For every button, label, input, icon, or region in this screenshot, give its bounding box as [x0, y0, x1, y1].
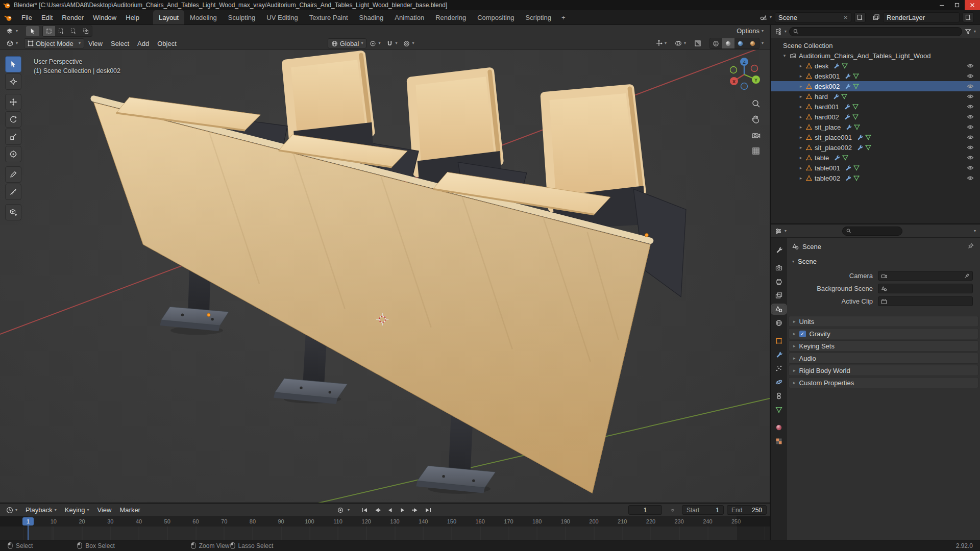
camera-view-icon[interactable] — [751, 131, 761, 140]
menubar-item[interactable]: Window — [88, 10, 121, 24]
workspace-tab[interactable]: UV Editing — [261, 10, 303, 24]
visibility-eye-icon[interactable] — [967, 73, 974, 79]
dropdown-caret-icon[interactable]: ▾ — [785, 30, 787, 34]
timeline-menu-item[interactable]: Playback ▾ — [21, 506, 61, 514]
eyedropper-icon[interactable] — [964, 273, 970, 279]
playhead-frame-badge[interactable]: 1 — [22, 517, 34, 525]
select-mode-intersect[interactable] — [80, 26, 92, 36]
active-clip-field[interactable] — [878, 296, 973, 306]
object-name[interactable]: table002 — [815, 174, 840, 182]
tab-modifiers[interactable] — [772, 350, 786, 359]
select-mode-subtract[interactable] — [67, 26, 80, 36]
properties-subpanel-header[interactable]: ▸ Custom Properties — [789, 377, 978, 388]
timeline-menu-item[interactable]: View — [93, 506, 116, 514]
playhead-line[interactable] — [28, 524, 29, 540]
properties-search-input[interactable] — [853, 228, 898, 235]
add-workspace-button[interactable]: + — [557, 14, 570, 21]
viewport-menu-item[interactable]: View — [84, 40, 107, 47]
outliner-object-row[interactable]: ▸ desk — [771, 61, 980, 71]
root-collection-row[interactable]: ▾ Auditorium_Chairs_And_Tables_Light_Woo… — [771, 51, 980, 61]
visibility-eye-icon[interactable] — [967, 134, 974, 140]
properties-editor-icon[interactable] — [775, 228, 782, 235]
scene-dropdown-caret-icon[interactable]: ▾ — [770, 15, 772, 19]
new-scene-button[interactable] — [854, 12, 866, 22]
workspace-tab[interactable]: Modeling — [184, 10, 223, 24]
expand-arrow-icon[interactable]: ▸ — [798, 84, 803, 89]
workspace-tab[interactable]: Texture Paint — [304, 10, 354, 24]
shading-wireframe[interactable] — [710, 38, 722, 48]
object-name[interactable]: hard — [815, 93, 828, 101]
visibility-eye-icon[interactable] — [967, 124, 974, 130]
shading-rendered[interactable] — [747, 38, 759, 48]
navigation-gizmo[interactable]: Z Y X — [724, 54, 765, 95]
collection-name[interactable]: Auditorium_Chairs_And_Tables_Light_Wood — [799, 52, 930, 60]
pan-hand-icon[interactable] — [751, 115, 761, 124]
outliner-filter-icon[interactable] — [965, 28, 971, 35]
workspace-tab[interactable]: Animation — [389, 10, 430, 24]
new-view-layer-button[interactable] — [963, 12, 974, 22]
object-name[interactable]: table — [815, 154, 829, 162]
pin-icon[interactable] — [968, 243, 974, 249]
object-name[interactable]: sit_place002 — [815, 144, 852, 152]
timeline-track[interactable] — [0, 527, 770, 540]
visibility-eye-icon[interactable] — [967, 83, 974, 89]
outliner-editor-icon[interactable] — [775, 28, 782, 35]
menubar-item[interactable]: Render — [57, 10, 88, 24]
object-name[interactable]: table001 — [815, 164, 840, 172]
expand-arrow-icon[interactable]: ▸ — [798, 145, 803, 150]
tab-object[interactable] — [772, 337, 786, 345]
play-button[interactable] — [397, 505, 408, 515]
dropdown-caret-icon[interactable]: ▾ — [974, 30, 976, 34]
scene-name-field[interactable]: Scene ✕ — [775, 12, 851, 22]
expand-arrow-icon[interactable]: ▸ — [798, 94, 803, 99]
object-name[interactable]: sit_place001 — [815, 134, 852, 141]
viewport-menu-item[interactable]: Select — [107, 40, 133, 47]
properties-subpanel-header[interactable]: ▸ Rigid Body World — [789, 365, 978, 376]
timeline-editor-icon[interactable]: ▾ — [3, 505, 20, 515]
unlink-scene-icon[interactable]: ✕ — [844, 15, 848, 20]
3d-viewport[interactable]: User Perspective (1) Scene Collection | … — [0, 50, 770, 503]
workspace-tab[interactable]: Shading — [354, 10, 389, 24]
end-frame-field[interactable]: End 250 — [727, 505, 767, 515]
tab-physics[interactable] — [772, 378, 786, 386]
expand-arrow-icon[interactable]: ▸ — [798, 176, 803, 181]
annotate-tool[interactable] — [5, 166, 21, 183]
toggle-ortho-icon[interactable] — [751, 146, 761, 156]
snap-magnet-toggle[interactable]: ▾ — [383, 38, 400, 48]
visibility-eye-icon[interactable] — [967, 104, 974, 110]
zoom-icon[interactable] — [751, 99, 761, 108]
xray-toggle[interactable] — [691, 38, 704, 48]
select-box-tool[interactable] — [5, 56, 21, 72]
play-reverse-button[interactable] — [384, 505, 396, 515]
object-name[interactable]: desk001 — [815, 72, 840, 80]
shading-material[interactable] — [734, 38, 747, 48]
expand-arrow-icon[interactable]: ▸ — [798, 124, 803, 130]
tab-world[interactable] — [772, 319, 786, 327]
outliner-object-row[interactable]: ▸ table — [771, 153, 980, 163]
properties-filter-caret-icon[interactable]: ▾ — [974, 229, 976, 233]
timeline-menu-item[interactable]: Keying ▾ — [61, 506, 93, 514]
timeline-menu-item[interactable]: Marker — [116, 506, 144, 514]
outliner-search[interactable] — [789, 27, 962, 36]
expand-arrow-icon[interactable]: ▸ — [798, 155, 803, 160]
scene-browse-icon[interactable] — [760, 14, 767, 21]
add-cube-tool[interactable] — [5, 204, 21, 220]
tab-tool[interactable] — [772, 246, 786, 254]
background-scene-field[interactable] — [878, 284, 973, 293]
current-frame-field[interactable]: 1 — [628, 505, 662, 515]
maximize-button[interactable] — [949, 0, 965, 10]
visibility-eye-icon[interactable] — [967, 155, 974, 161]
next-keyframe-button[interactable] — [409, 505, 421, 515]
outliner-object-row[interactable]: ▸ hard002 — [771, 112, 980, 122]
transform-orientation-dropdown[interactable]: Global ▾ — [328, 38, 367, 48]
object-name[interactable]: desk002 — [815, 83, 840, 90]
panel-checkbox[interactable]: ✓ — [799, 331, 806, 337]
expand-arrow-icon[interactable]: ▸ — [798, 114, 803, 119]
blender-app-menu-icon[interactable] — [0, 10, 17, 24]
options-menu[interactable]: Options ▾ — [733, 26, 767, 36]
tab-view-layer[interactable] — [772, 291, 786, 299]
view-layer-icon[interactable] — [873, 14, 880, 21]
dropdown-caret-icon[interactable]: ▾ — [785, 229, 787, 233]
auditorium-model[interactable] — [94, 55, 686, 494]
tab-texture[interactable] — [772, 437, 786, 445]
